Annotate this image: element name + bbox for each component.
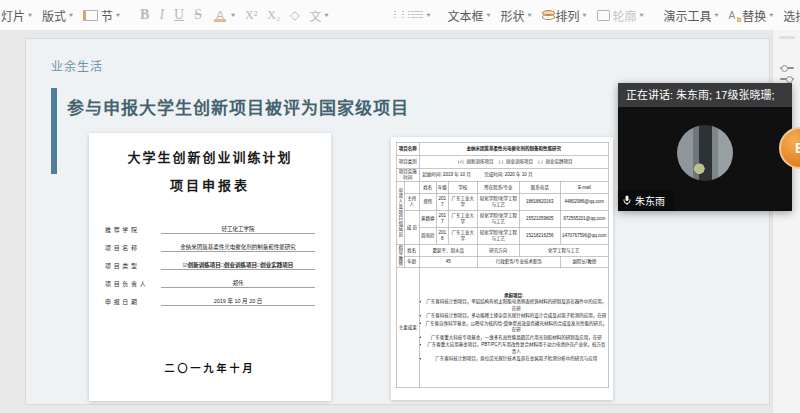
- table-row: 成 员 黄颖婷 2017 广东工业大学 轻化学院/化学工程与工艺 1552105…: [396, 210, 608, 227]
- ribbon-toolbar: 灯片 ▾ 版式 ▾ 节 ▾ B I U S A ▾ X² X₂ ◇ 文 ▾ ▾ …: [0, 0, 800, 31]
- section-icon: [83, 10, 98, 21]
- line-spacing-icon: [411, 11, 423, 20]
- table-row: 主要成果 承担项目: 广东省科技计划项目，单层结构有机太阳能电池界面修饰材料的研…: [396, 268, 608, 388]
- text-tool-button[interactable]: 文 ▾: [304, 3, 333, 27]
- field-value: 2019 年 10 月 20 日: [161, 296, 315, 306]
- field-value: ☑创新训练项目□创业训练项目□创业实践项目: [161, 260, 315, 270]
- select-button[interactable]: 选择 ▾: [778, 3, 800, 27]
- table-row: 年龄 45 行政职务/专业技术职务 副院长/教授: [396, 256, 608, 268]
- speaking-status-bar: 正在讲话: 朱东雨; 17级张晓珊;: [618, 83, 792, 107]
- application-table: 项目名称 金纳米团簇基柔性光电催化剂的制备和性能研究 项目类别 （√）创新训练项…: [396, 142, 609, 388]
- table-row: 项目实施时间 起始时间: 2019 年 10 月 完成时间: 2020 年 10…: [396, 168, 608, 181]
- achievements-list: 广东省科技计划项目，单层结构有机太阳能电池界面修饰材料的研制及其在器件中的应用，…: [426, 298, 608, 362]
- slide-eyebrow-text: 业余生活: [51, 57, 103, 74]
- field-label: 推 荐 学 院: [105, 225, 161, 234]
- section-label: 节: [101, 7, 113, 24]
- replace-button[interactable]: Ab 替换 ▾: [724, 3, 779, 27]
- underline-button[interactable]: U: [169, 3, 189, 27]
- outline-label: 轮廓: [613, 7, 637, 24]
- outline-button[interactable]: 轮廓 ▾: [592, 3, 649, 27]
- text-convert-icon: 文: [309, 7, 321, 24]
- object-properties-icon: [780, 78, 794, 80]
- object-properties-icon[interactable]: [780, 67, 794, 69]
- avatar: [677, 125, 733, 181]
- field-label: 申 报 日 期: [105, 297, 161, 306]
- chevron-down-icon: ▾: [69, 11, 73, 18]
- chevron-down-icon: ▾: [324, 11, 328, 18]
- chevron-down-icon: ▾: [769, 11, 773, 18]
- video-feed[interactable]: 朱东雨: [618, 107, 792, 211]
- achievements-intro: 承担项目:: [421, 292, 608, 298]
- table-row: 项目类别 （√）创新训练项目 （ ）创业训练项目 （ ）创业实践项目: [396, 155, 608, 168]
- section-button[interactable]: 节 ▾: [78, 3, 125, 27]
- replace-label: 替换: [742, 7, 766, 24]
- clear-format-button[interactable]: ◇: [285, 3, 304, 27]
- field-label: 项 目 类 型: [105, 261, 161, 270]
- layout-button[interactable]: 版式 ▾: [37, 3, 78, 27]
- eraser-icon: ◇: [290, 8, 299, 22]
- font-color-button[interactable]: A ▾: [207, 3, 240, 27]
- meeting-video-overlay[interactable]: 正在讲话: 朱东雨; 17级张晓珊; 朱东雨: [618, 83, 792, 211]
- chevron-down-icon: ▾: [231, 11, 235, 18]
- italic-button[interactable]: I: [154, 3, 169, 27]
- participant-name: 朱东雨: [635, 193, 665, 208]
- cover-title-line2: 项目申报表: [105, 175, 315, 194]
- outline-icon: [597, 10, 610, 21]
- chevron-down-icon: ▾: [715, 11, 719, 18]
- table-row: 申请人及项目组成员 姓名 年级 学校 所在院系/专业 联系电话 E-mail: [396, 181, 608, 193]
- new-slide-button[interactable]: 灯片 ▾: [0, 3, 37, 27]
- subscript-button[interactable]: X₂: [262, 3, 285, 27]
- textbox-button[interactable]: 文本框 ▾: [442, 3, 495, 27]
- chevron-down-icon: ▾: [28, 11, 32, 18]
- chevron-down-icon: ▾: [528, 11, 532, 18]
- chevron-down-icon: ▾: [640, 11, 644, 18]
- table-row: 主持人 郑伟 2017 广东工业大学 轻化学院/化学工程与工艺 18818820…: [396, 193, 608, 210]
- superscript-button[interactable]: X²: [240, 3, 262, 27]
- field-label: 项 目 负 责 人: [105, 279, 161, 288]
- microphone-icon: [623, 195, 631, 206]
- arrange-button[interactable]: 排列 ▾: [537, 3, 592, 27]
- shapes-button[interactable]: 形状 ▾: [495, 3, 536, 27]
- cover-field-row: 项 目 类 型 ☑创新训练项目□创业训练项目□创业实践项目: [105, 260, 315, 270]
- field-value: 金纳米团簇基柔性光电催化剂的制备和性能研究: [161, 242, 315, 252]
- strikethrough-button[interactable]: S: [189, 3, 207, 27]
- chevron-down-icon: ▾: [486, 11, 490, 18]
- panel-collapse-handle[interactable]: [779, 36, 795, 39]
- cover-field-row: 推 荐 学 院 轻工化工学院: [105, 224, 315, 234]
- select-label: 选择: [783, 7, 800, 24]
- detail-form-image[interactable]: 项目名称 金纳米团簇基柔性光电催化剂的制备和性能研究 项目类别 （√）创新训练项…: [391, 137, 613, 400]
- cover-field-row: 申 报 日 期 2019 年 10 月 20 日: [105, 296, 315, 306]
- cover-footer-date: 二〇一九年十月: [105, 360, 315, 375]
- accent-bar: [51, 88, 57, 174]
- cover-form-image[interactable]: 大学生创新创业训练计划 项目申报表 推 荐 学 院 轻工化工学院 项 目 名 称…: [89, 133, 331, 401]
- table-row: 周雨欣 2018 广东工业大学 轻化学院/化学工程与工艺 15218216256…: [396, 227, 608, 244]
- cover-fields: 推 荐 学 院 轻工化工学院 项 目 名 称 金纳米团簇基柔性光电催化剂的制备和…: [105, 224, 315, 320]
- table-row: 项目名称 金纳米团簇基柔性光电催化剂的制备和性能研究: [396, 142, 608, 155]
- cover-field-row: 项 目 名 称 金纳米团簇基柔性光电催化剂的制备和性能研究: [105, 242, 315, 252]
- new-slide-label: 灯片: [1, 7, 25, 24]
- field-value: 轻工化工学院: [161, 224, 315, 234]
- slide-heading: 参与申报大学生创新项目被评为国家级项目: [67, 94, 409, 119]
- font-color-icon: A: [212, 8, 228, 23]
- field-value: 郑伟: [161, 278, 315, 288]
- cover-field-row: 项 目 负 责 人 郑伟: [105, 278, 315, 288]
- participant-name-chip: 朱东雨: [618, 190, 674, 211]
- chevron-down-icon: ▾: [116, 11, 120, 18]
- presentation-tools-button[interactable]: 演示工具 ▾: [659, 3, 724, 27]
- cover-title-line1: 大学生创新创业训练计划: [105, 147, 315, 166]
- presentation-tools-label: 演示工具: [664, 7, 712, 24]
- chevron-down-icon: ▾: [583, 11, 587, 18]
- chevron-down-icon: ▾: [426, 11, 430, 18]
- layers-icon: [542, 10, 553, 21]
- layout-label: 版式: [42, 7, 66, 24]
- textbox-label: 文本框: [447, 7, 483, 24]
- replace-icon: Ab: [729, 10, 740, 21]
- bold-button[interactable]: B: [135, 3, 154, 27]
- arrange-label: 排列: [556, 7, 580, 24]
- field-label: 项 目 名 称: [105, 243, 161, 252]
- shapes-label: 形状: [500, 7, 524, 24]
- line-spacing-button[interactable]: ▾: [409, 3, 432, 27]
- table-row: 指导教师 姓名 霍延平、周水品 研究方向 化学工程与工艺: [396, 244, 608, 256]
